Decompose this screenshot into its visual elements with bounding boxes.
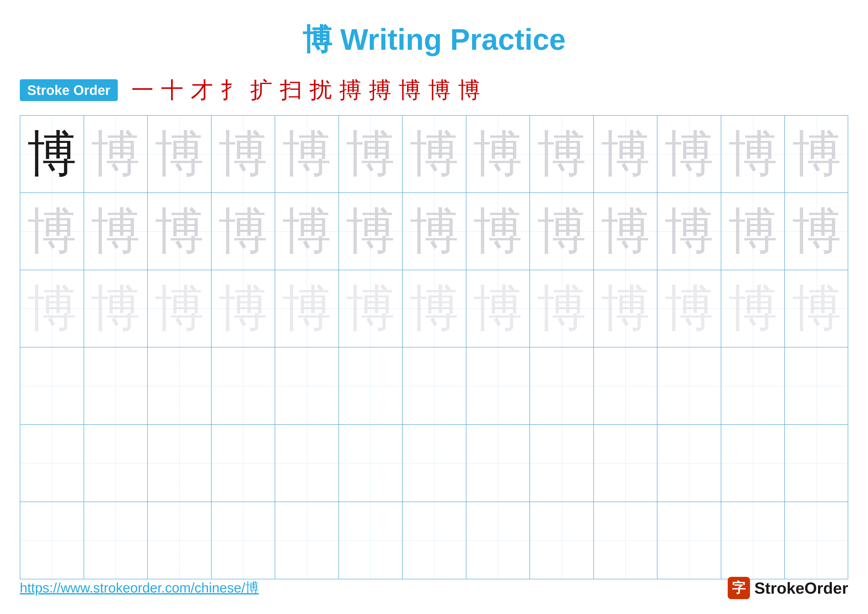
stroke-5: 扩 [250,75,273,105]
cell-5-10[interactable] [594,425,658,502]
cell-2-7[interactable]: 博 [403,193,467,270]
cell-2-3[interactable]: 博 [148,193,212,270]
stroke-12: 博 [458,75,480,105]
cell-2-4[interactable]: 博 [212,193,275,270]
cell-1-3[interactable]: 博 [148,116,212,193]
cell-6-12[interactable] [721,502,785,579]
grid-row-6 [20,502,848,579]
cell-5-3[interactable] [148,425,212,502]
cell-5-4[interactable] [212,425,275,502]
cell-3-12[interactable]: 博 [721,270,785,347]
stroke-3: 才 [191,75,213,105]
cell-2-5[interactable]: 博 [275,193,339,270]
cell-4-11[interactable] [657,348,721,424]
cell-5-8[interactable] [467,425,530,502]
grid-row-2: 博 博 博 博 博 博 博 博 博 博 博 博 博 [20,193,848,270]
cell-6-3[interactable] [148,502,212,579]
cell-6-13[interactable] [785,502,849,579]
cell-3-5[interactable]: 博 [275,270,339,347]
cell-3-9[interactable]: 博 [530,270,594,347]
cell-5-13[interactable] [785,425,849,502]
cell-4-10[interactable] [594,348,658,424]
cell-4-9[interactable] [530,348,594,424]
stroke-order-row: Stroke Order 一 十 才 扌 扩 扫 扰 搏 搏 博 博 博 [20,75,848,105]
cell-3-3[interactable]: 博 [148,270,212,347]
cell-1-4[interactable]: 博 [212,116,275,193]
cell-4-1[interactable] [20,348,84,424]
cell-5-7[interactable] [403,425,467,502]
cell-3-1[interactable]: 博 [20,270,84,347]
cell-2-12[interactable]: 博 [721,193,785,270]
cell-5-5[interactable] [275,425,339,502]
strokeorder-logo-icon: 字 [728,577,750,599]
cell-5-1[interactable] [20,425,84,502]
cell-3-2[interactable]: 博 [84,270,148,347]
cell-2-1[interactable]: 博 [20,193,84,270]
cell-4-6[interactable] [339,348,403,424]
cell-2-6[interactable]: 博 [339,193,403,270]
cell-6-2[interactable] [84,502,148,579]
cell-3-13[interactable]: 博 [785,270,849,347]
cell-2-10[interactable]: 博 [594,193,658,270]
cell-1-6[interactable]: 博 [339,116,403,193]
stroke-1: 一 [132,75,153,105]
cell-1-12[interactable]: 博 [721,116,785,193]
cell-3-4[interactable]: 博 [212,270,275,347]
stroke-2: 十 [161,75,183,105]
cell-2-9[interactable]: 博 [530,193,594,270]
cell-1-2[interactable]: 博 [84,116,148,193]
cell-6-5[interactable] [275,502,339,579]
stroke-order-badge: Stroke Order [20,79,118,101]
cell-6-8[interactable] [467,502,530,579]
cell-2-11[interactable]: 博 [657,193,721,270]
cell-3-8[interactable]: 博 [467,270,530,347]
cell-5-11[interactable] [657,425,721,502]
cell-5-2[interactable] [84,425,148,502]
cell-4-4[interactable] [212,348,275,424]
grid-row-3: 博 博 博 博 博 博 博 博 博 博 博 博 博 [20,270,848,348]
cell-4-13[interactable] [785,348,849,424]
cell-5-12[interactable] [721,425,785,502]
cell-4-8[interactable] [467,348,530,424]
stroke-4: 扌 [220,75,243,105]
cell-4-5[interactable] [275,348,339,424]
grid-row-4 [20,348,848,425]
cell-6-9[interactable] [530,502,594,579]
stroke-7: 扰 [310,75,332,105]
cell-1-7[interactable]: 博 [403,116,467,193]
cell-5-9[interactable] [530,425,594,502]
cell-1-10[interactable]: 博 [594,116,658,193]
cell-1-9[interactable]: 博 [530,116,594,193]
cell-4-3[interactable] [148,348,212,424]
cell-3-10[interactable]: 博 [594,270,658,347]
cell-6-10[interactable] [594,502,658,579]
cell-2-2[interactable]: 博 [84,193,148,270]
cell-6-6[interactable] [339,502,403,579]
cell-2-8[interactable]: 博 [467,193,530,270]
cell-6-7[interactable] [403,502,467,579]
cell-3-6[interactable]: 博 [339,270,403,347]
cell-1-13[interactable]: 博 [785,116,849,193]
cell-6-1[interactable] [20,502,84,579]
stroke-11: 博 [428,75,451,105]
cell-5-6[interactable] [339,425,403,502]
cell-1-8[interactable]: 博 [467,116,530,193]
footer-url[interactable]: https://www.strokeorder.com/chinese/博 [20,579,259,597]
cell-1-1[interactable]: 博 [20,116,84,193]
cell-4-2[interactable] [84,348,148,424]
page-title: 博 Writing Practice [0,20,868,60]
cell-3-7[interactable]: 博 [403,270,467,347]
practice-grid: 博 博 博 博 博 博 博 博 博 博 博 博 博 博 博 博 博 博 博 博 … [20,115,848,579]
stroke-9: 搏 [369,75,391,105]
cell-3-11[interactable]: 博 [657,270,721,347]
cell-6-11[interactable] [657,502,721,579]
footer-logo-text: StrokeOrder [755,579,848,597]
stroke-6: 扫 [280,75,302,105]
cell-2-13[interactable]: 博 [785,193,849,270]
cell-4-7[interactable] [403,348,467,424]
cell-1-5[interactable]: 博 [275,116,339,193]
cell-1-11[interactable]: 博 [657,116,721,193]
cell-6-4[interactable] [212,502,275,579]
stroke-10: 博 [398,75,421,105]
cell-4-12[interactable] [721,348,785,424]
